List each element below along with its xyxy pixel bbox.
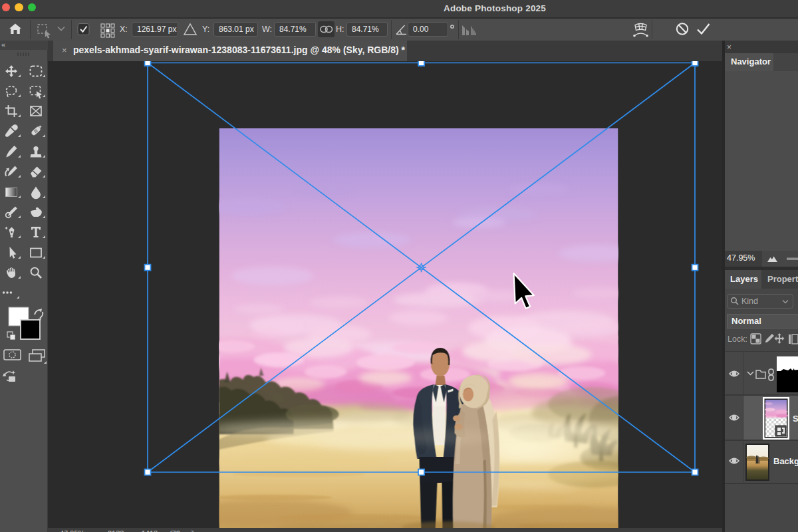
svg-text:Background: Background	[773, 456, 798, 466]
svg-text:S: S	[793, 414, 798, 424]
